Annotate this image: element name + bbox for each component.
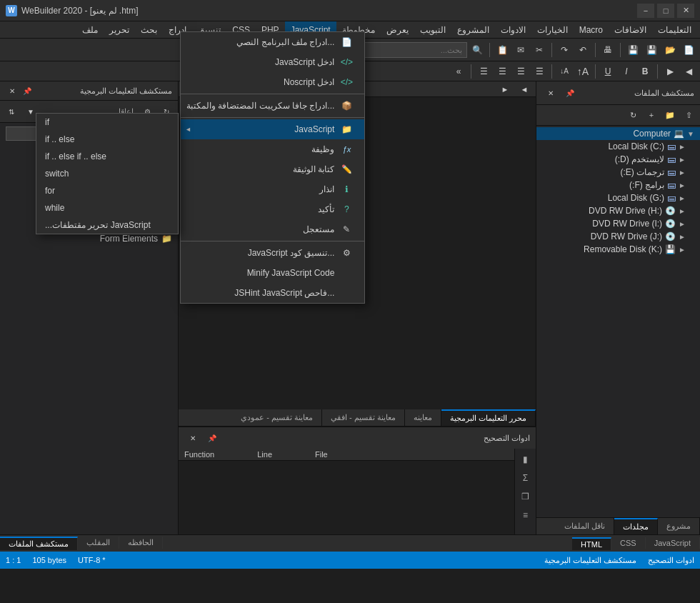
align-btn4[interactable]: ☰ xyxy=(475,63,492,80)
align-btn3[interactable]: ☰ xyxy=(494,63,511,80)
drive-d[interactable]: ► 🖴 لايستخدم (D:) xyxy=(536,153,700,166)
right-pin-btn[interactable]: 📌 xyxy=(561,84,579,101)
drive-computer[interactable]: ▼ 💻 Computer xyxy=(536,127,700,140)
search-btn[interactable]: 🔍 xyxy=(469,41,486,59)
nav-tab-clipboard[interactable]: الحافظه xyxy=(119,537,163,549)
drive-c[interactable]: ► 🖴 Local Disk (C:) xyxy=(536,140,700,153)
status-right: ادوات التصحيح مستكشف التعليمات البرمجية xyxy=(544,556,694,565)
menu-alert[interactable]: ℹ انذار xyxy=(181,179,364,199)
sub-switch[interactable]: switch xyxy=(36,165,178,182)
nav-tab-fileexplorer[interactable]: مستكشف الملفات xyxy=(0,537,78,550)
tab-project[interactable]: مشروع xyxy=(658,518,700,534)
menu-js-submenu[interactable]: 📁 JavaScript xyxy=(181,119,364,139)
sub-if-else-if[interactable]: if .. else if .. else xyxy=(36,148,178,165)
redo-btn[interactable]: ↷ xyxy=(556,41,573,59)
tab-preview[interactable]: معاينه xyxy=(405,409,441,426)
lang-tab-html[interactable]: HTML xyxy=(572,537,611,550)
menu-insert-js[interactable]: </> ادخل JavaScript xyxy=(181,52,364,72)
copy-btn[interactable]: ✉ xyxy=(512,41,529,59)
menu-insert-js-lib[interactable]: 📦 ...ادراج جافا سكريبت المضتضافة والمكتب… xyxy=(181,96,364,116)
menu-jshint[interactable]: ...فاحص JSHint JavaScript xyxy=(181,283,364,303)
menu-addons[interactable]: الاضافات xyxy=(609,21,652,38)
undo-btn[interactable]: ↶ xyxy=(574,41,591,59)
paste-btn[interactable]: 📋 xyxy=(494,41,511,59)
right-close-btn[interactable]: ✕ xyxy=(542,84,559,101)
tab-folders[interactable]: مجلدات xyxy=(614,518,658,534)
font-size-up-btn[interactable]: A↑ xyxy=(574,63,591,80)
editor-fwd-btn[interactable]: ► xyxy=(496,81,514,98)
drive-f[interactable]: ► 🖴 برامج (F:) xyxy=(536,179,700,191)
rs-up-btn[interactable]: ⇧ xyxy=(680,106,697,124)
menu-file[interactable]: ملف xyxy=(76,21,104,38)
drive-i[interactable]: ► 💿 DVD RW Drive (I:) xyxy=(536,217,700,230)
rs-folder-btn[interactable]: 📁 xyxy=(661,106,679,124)
open-btn[interactable]: 📂 xyxy=(661,41,679,59)
debug-btn3[interactable]: ❒ xyxy=(518,489,534,504)
italic-btn[interactable]: I xyxy=(618,63,635,80)
fwd-btn[interactable]: ▶ xyxy=(661,63,679,80)
drive-j[interactable]: ► 💿 DVD RW Drive (J:) xyxy=(536,230,700,243)
close-button[interactable]: ✕ xyxy=(677,4,694,18)
lang-tab-js[interactable]: JavaScript xyxy=(646,537,700,549)
sub-edit-snippets[interactable]: ...تحرير مقتطفات JavaScript xyxy=(36,216,178,234)
bold-btn[interactable]: B xyxy=(636,63,654,80)
close-sidebar-btn[interactable]: ✕ xyxy=(6,84,19,97)
cut-btn[interactable]: ✂ xyxy=(531,41,548,59)
font-size-dn-btn[interactable]: A↓ xyxy=(556,63,573,80)
drive-g[interactable]: ► 🖴 Local Disk (G:) xyxy=(536,191,700,204)
menu-options[interactable]: الخيارات xyxy=(531,21,574,38)
menu-confirm[interactable]: ? تأكيد xyxy=(181,199,364,219)
editor-back-btn[interactable]: ◄ xyxy=(516,81,533,98)
back-btn[interactable]: ◀ xyxy=(680,63,697,80)
menu-minify-js[interactable]: Minify JavaScript Code xyxy=(181,263,364,283)
menu-insert-noscript[interactable]: </> ادخل Noscript xyxy=(181,72,364,92)
menu-project[interactable]: المشروع xyxy=(451,21,495,38)
menu-view[interactable]: يعرض xyxy=(381,21,414,38)
menu-tools[interactable]: الادوات xyxy=(495,21,531,38)
new-file-btn[interactable]: 📄 xyxy=(680,41,697,59)
menu-macro[interactable]: Macro xyxy=(574,21,609,38)
rs-refresh-btn[interactable]: ↻ xyxy=(624,106,641,124)
maximize-button[interactable]: □ xyxy=(657,4,674,18)
save-all-btn[interactable]: 💾 xyxy=(624,41,641,59)
drive-h[interactable]: ► 💿 DVD RW Drive (H:) xyxy=(536,204,700,217)
sub-if-else[interactable]: if .. else xyxy=(36,131,178,148)
save-btn[interactable]: 💾 xyxy=(643,41,660,59)
menu-tab[interactable]: التبويب xyxy=(414,21,451,38)
minimize-button[interactable]: − xyxy=(637,4,654,18)
sidebar-sort-btn[interactable]: ⇅ xyxy=(3,103,20,120)
dvd-icon-h: 💿 xyxy=(665,206,676,216)
nav-tab-trash[interactable]: المقلب xyxy=(78,537,119,549)
align-btn2[interactable]: ☰ xyxy=(512,63,529,80)
lang-tab-css[interactable]: CSS xyxy=(611,537,646,549)
more-btn[interactable]: » xyxy=(450,63,467,80)
pin-btn[interactable]: 📌 xyxy=(21,84,34,97)
menu-edit[interactable]: تحرير xyxy=(104,21,135,38)
menu-search[interactable]: بحث xyxy=(135,21,163,38)
drive-e[interactable]: ► 🖴 ترجمات (E:) xyxy=(536,166,700,179)
debug-btn1[interactable]: ▮ xyxy=(518,452,534,467)
debug-btn2[interactable]: Σ xyxy=(518,470,534,486)
menu-prompt[interactable]: ✎ مستعجل xyxy=(181,219,364,239)
tab-split-v[interactable]: معاينة تقسيم - عمودي xyxy=(232,409,322,426)
sub-for[interactable]: for xyxy=(36,182,178,199)
debug-btn4[interactable]: ≡ xyxy=(518,507,534,523)
menu-insert-js-file[interactable]: 📄 ...ادراج ملف البرنامج النصي xyxy=(181,32,364,52)
menu-write-doc[interactable]: ✏️ كتابة الوثيقة xyxy=(181,159,364,179)
tab-file-transfer[interactable]: ناقل الملفات xyxy=(556,518,614,534)
menu-function[interactable]: ƒx وظيفة xyxy=(181,139,364,159)
underline-btn[interactable]: U xyxy=(599,63,616,80)
align-btn1[interactable]: ☰ xyxy=(531,63,548,80)
sub-while[interactable]: while xyxy=(36,199,178,216)
tab-split-h[interactable]: معاينة تقسيم - افقي xyxy=(322,409,405,426)
tab-code-editor[interactable]: محرر التعليمات البرمجية xyxy=(441,409,536,426)
drive-k[interactable]: ► 💾 Removable Disk (K:) xyxy=(536,243,700,256)
debug-pin-btn[interactable]: 📌 xyxy=(204,429,221,447)
menu-format-js[interactable]: ⚙ ...تنسيق كود JavaScript xyxy=(181,243,364,263)
sub-if[interactable]: if xyxy=(36,114,178,131)
drive-label-d: لايستخدم (D:) xyxy=(615,154,664,164)
print-btn[interactable]: 🖶 xyxy=(599,41,616,59)
debug-close-btn[interactable]: ✕ xyxy=(184,429,201,447)
menu-instructions[interactable]: التعليمات xyxy=(652,21,697,38)
rs-add-btn[interactable]: + xyxy=(643,106,660,124)
